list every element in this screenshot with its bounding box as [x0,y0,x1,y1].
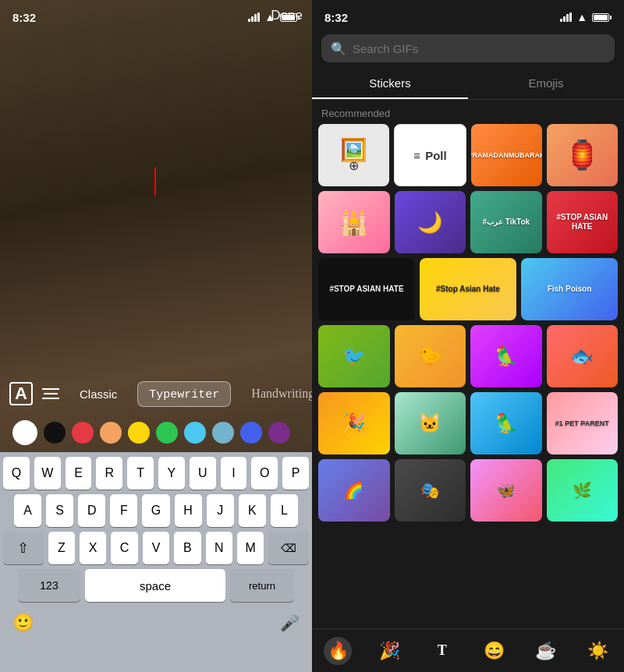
sticker-moon[interactable]: 🌙 [395,191,466,253]
tab-emojis[interactable]: Emojis [468,69,624,99]
color-light-blue[interactable] [212,422,234,444]
sticker-mosque[interactable]: 🕌 [318,191,390,253]
search-bar[interactable]: 🔍 [321,34,615,62]
keyboard: Q W E R T Y U I O P A S D F G H J K L ⇧ … [0,452,312,672]
sticker-ramadan[interactable]: #RAMADANMUBARAK [471,124,542,186]
key-p[interactable]: P [282,457,309,490]
stop-asian-3-text: #Stop Asian Hate [433,281,503,297]
sticker-bottom-2[interactable]: 🎭 [395,459,466,522]
key-d[interactable]: D [78,494,105,527]
stop-asian-1-text: #STOP ASIAN HATE [547,210,619,235]
emoji-button[interactable]: 🙂 [12,613,34,633]
right-wifi-icon: ▲ [576,11,587,23]
done-button[interactable]: Done [271,8,303,23]
signal-bar-4 [257,12,260,22]
tabs-row: Stickers Emojis [312,69,624,100]
sticker-bottom-4[interactable]: 🌿 [547,459,619,522]
key-z[interactable]: Z [48,532,75,564]
key-backspace[interactable]: ⌫ [268,532,309,564]
key-v[interactable]: V [143,532,169,564]
bottom-icon-confetti[interactable]: 🎉 [376,637,404,665]
text-format-button[interactable]: A [9,380,33,408]
sticker-lantern[interactable]: 🏮 [547,124,618,186]
key-c[interactable]: C [111,532,137,564]
key-h[interactable]: H [175,494,202,527]
sticker-poll[interactable]: ≡ Poll [394,124,466,186]
sticker-parrot-2[interactable]: 🦜 [470,392,542,454]
sticker-bird-2[interactable]: 🐤 [395,325,466,387]
key-123[interactable]: 123 [18,569,80,602]
search-icon: 🔍 [331,41,346,56]
sticker-parrot[interactable]: 🦜 [470,325,542,387]
key-l[interactable]: L [271,494,298,527]
color-red[interactable] [72,422,94,444]
color-orange[interactable] [100,422,122,444]
left-status-bar: 8:32 ▲ [0,0,312,34]
arab-tiktok-text: #عرب TikTok [479,214,533,230]
sticker-cat[interactable]: 🐱 [395,392,466,454]
sticker-photo-add[interactable]: 🖼️ ⊕ [318,124,389,186]
key-shift[interactable]: ⇧ [3,532,44,564]
sticker-row-6: 🌈 🎭 🦋 🌿 [318,459,618,522]
sticker-pet[interactable]: #1 PET PARENT [547,392,619,454]
sticker-stop-asian-2[interactable]: #STOP ASIAN HATE [318,258,415,320]
color-white[interactable] [12,420,37,445]
key-g[interactable]: G [142,494,169,527]
search-input[interactable] [353,42,605,55]
key-e[interactable]: E [66,457,92,490]
signal-bar-3 [254,14,257,22]
sticker-bird-1[interactable]: 🐦 [318,325,390,387]
mosque-emoji: 🕌 [339,209,368,236]
bottom-icon-smile[interactable]: 😄 [480,637,508,665]
key-j[interactable]: J [207,494,234,527]
microphone-button[interactable]: 🎤 [280,614,300,632]
bottom-icon-coffee[interactable]: ☕ [532,637,560,665]
pet-text: #1 PET PARENT [552,416,612,431]
sticker-stop-asian-3[interactable]: #Stop Asian Hate [420,258,516,320]
key-i[interactable]: I [221,457,247,490]
color-yellow[interactable] [128,422,150,444]
sticker-arab-tiktok[interactable]: #عرب TikTok [470,191,542,253]
style-typewriter-button[interactable]: Typewriter [137,381,231,407]
sticker-bottom-3[interactable]: 🦋 [470,459,542,522]
key-r[interactable]: R [96,457,122,490]
color-blue[interactable] [240,422,262,444]
key-return[interactable]: return [230,569,294,602]
key-k[interactable]: K [239,494,266,527]
bottom-icon-tiktok-t[interactable]: T [428,637,456,665]
key-o[interactable]: O [251,457,278,490]
key-s[interactable]: S [46,494,73,527]
sticker-bottom-1[interactable]: 🌈 [318,459,390,522]
key-n[interactable]: N [206,532,232,564]
sticker-stop-asian-1[interactable]: #STOP ASIAN HATE [547,191,619,253]
right-signal-icon [560,12,572,22]
color-green[interactable] [156,422,178,444]
style-handwriting-button[interactable]: Handwriting [240,382,312,405]
text-a-icon: A [9,382,33,405]
key-w[interactable]: W [34,457,61,490]
bottom-icon-sun[interactable]: ☀️ [584,637,612,665]
sticker-fish-2[interactable]: 🐟 [547,325,619,387]
style-classic-button[interactable]: Classic [69,383,128,405]
key-a[interactable]: A [14,494,41,527]
text-align-button[interactable] [42,380,59,408]
color-purple[interactable] [268,422,290,444]
bottom-icon-fire[interactable]: 🔥 [324,637,352,665]
color-black[interactable] [44,422,66,444]
key-y[interactable]: Y [158,457,185,490]
sticker-banner-1[interactable]: 🎉 [318,392,390,454]
tab-stickers[interactable]: Stickers [312,69,468,99]
key-m[interactable]: M [237,532,264,564]
bottom-3-emoji: 🦋 [496,481,516,500]
color-teal[interactable] [184,422,206,444]
sticker-row-1: 🖼️ ⊕ ≡ Poll #RAMADANMUBARAK 🏮 [318,124,618,186]
key-x[interactable]: X [80,532,106,564]
key-f[interactable]: F [110,494,137,527]
key-t[interactable]: T [127,457,154,490]
key-u[interactable]: U [190,457,216,490]
sticker-fish-poison-1[interactable]: Fish Poison [521,258,618,320]
key-b[interactable]: B [174,532,200,564]
key-q[interactable]: Q [3,457,30,490]
key-space[interactable]: space [85,569,225,602]
right-time: 8:32 [324,11,348,24]
